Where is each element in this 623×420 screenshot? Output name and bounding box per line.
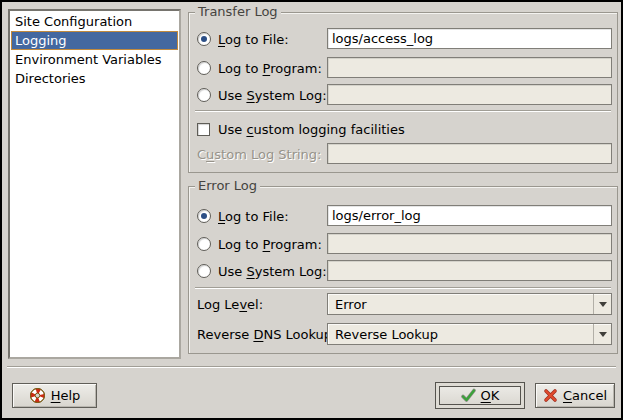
error-log-to-program-label: Log to Program: (218, 237, 322, 252)
reverse-dns-label: Reverse DNS Lookup: (197, 327, 336, 342)
transfer-log-to-file-row: Log to File: (197, 28, 612, 50)
transfer-log-to-file-radio[interactable] (197, 32, 211, 46)
error-log-to-file-radio[interactable] (197, 209, 211, 223)
help-button-label: Help (51, 388, 81, 403)
error-log-to-program-row: Log to Program: (197, 233, 612, 255)
transfer-log-frame: Transfer Log Log to File: Log to Program… (188, 12, 618, 173)
sidebar-item-site-configuration[interactable]: Site Configuration (11, 12, 178, 31)
category-list: Site Configuration Logging Environment V… (8, 9, 181, 359)
transfer-use-system-log-row: Use System Log: (197, 84, 612, 106)
error-log-file-input[interactable] (327, 205, 612, 226)
sidebar-item-environment-variables[interactable]: Environment Variables (11, 50, 178, 69)
custom-logging-row: Use custom logging facilities (197, 120, 612, 138)
custom-logging-checkbox[interactable] (197, 123, 210, 136)
reverse-dns-value: Reverse Lookup (328, 327, 593, 342)
log-level-dropdown-button[interactable] (593, 294, 611, 314)
action-area-separator (7, 366, 616, 367)
transfer-use-system-log-label: Use System Log: (218, 88, 327, 103)
help-button[interactable]: Help (12, 383, 97, 408)
chevron-down-icon (599, 332, 607, 337)
transfer-log-file-input[interactable] (327, 28, 612, 49)
transfer-log-to-program-row: Log to Program: (197, 57, 612, 79)
error-log-to-file-row: Log to File: (197, 205, 612, 227)
cancel-button[interactable]: Cancel (535, 383, 615, 408)
error-log-to-program-radio[interactable] (197, 237, 211, 251)
log-level-value: Error (328, 297, 593, 312)
cancel-button-label: Cancel (563, 388, 607, 403)
ok-button[interactable]: OK (435, 382, 525, 409)
error-log-to-file-label: Log to File: (218, 209, 289, 224)
transfer-system-log-input (327, 84, 612, 105)
error-log-program-input (327, 233, 612, 254)
reverse-dns-row: Reverse DNS Lookup: Reverse Lookup (197, 323, 612, 346)
error-use-system-log-radio[interactable] (197, 264, 211, 278)
error-log-separator (195, 287, 611, 288)
sidebar-item-directories[interactable]: Directories (11, 69, 178, 88)
error-use-system-log-label: Use System Log: (218, 264, 327, 279)
reverse-dns-select[interactable]: Reverse Lookup (327, 323, 612, 345)
transfer-log-to-program-radio[interactable] (197, 61, 211, 75)
ok-button-label: OK (481, 388, 500, 403)
custom-log-string-row: Custom Log String: (197, 143, 612, 165)
log-level-row: Log Level: Error (197, 293, 612, 316)
custom-log-string-label: Custom Log String: (197, 147, 321, 162)
error-log-frame: Error Log Log to File: Log to Program: U… (188, 186, 618, 354)
error-system-log-input (327, 260, 612, 281)
transfer-use-system-log-radio[interactable] (197, 88, 211, 102)
custom-log-string-input (327, 143, 612, 164)
custom-logging-label: Use custom logging facilities (218, 122, 405, 137)
chevron-down-icon (599, 302, 607, 307)
transfer-log-to-file-label: Log to File: (218, 32, 289, 47)
log-level-label: Log Level: (197, 297, 263, 312)
transfer-log-frame-title: Transfer Log (195, 4, 281, 19)
log-level-select[interactable]: Error (327, 293, 612, 315)
sidebar-item-logging[interactable]: Logging (11, 31, 178, 50)
error-log-frame-title: Error Log (195, 178, 260, 193)
help-lifebuoy-icon (29, 387, 46, 404)
transfer-log-to-program-label: Log to Program: (218, 61, 322, 76)
reverse-dns-dropdown-button[interactable] (593, 324, 611, 344)
error-use-system-log-row: Use System Log: (197, 260, 612, 282)
transfer-log-separator (195, 110, 611, 111)
transfer-log-program-input (327, 57, 612, 78)
cancel-x-icon (543, 388, 558, 403)
httpd-logging-config-dialog: Site Configuration Logging Environment V… (0, 0, 623, 420)
ok-check-icon (461, 388, 476, 403)
